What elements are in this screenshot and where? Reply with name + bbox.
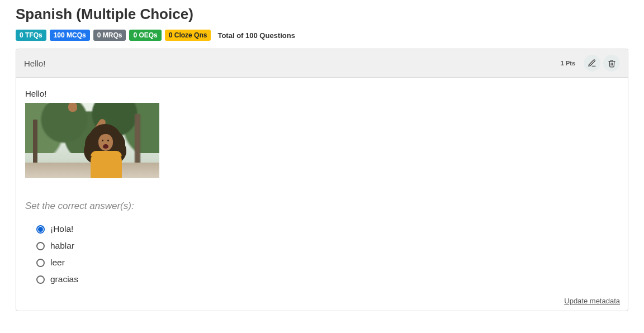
option-label: leer: [50, 258, 65, 268]
badge-tfq: 0 TFQs: [16, 30, 46, 41]
edit-button[interactable]: [584, 55, 600, 72]
radio-icon: [36, 259, 45, 267]
option-label: hablar: [50, 241, 74, 251]
trash-icon: [608, 59, 616, 68]
radio-icon: [36, 225, 45, 234]
option-label: ¡Hola!: [50, 224, 73, 234]
badge-oeq: 0 OEQs: [129, 30, 161, 41]
option-row[interactable]: leer: [36, 254, 619, 271]
option-row[interactable]: hablar: [36, 237, 619, 254]
option-row[interactable]: ¡Hola!: [36, 221, 619, 237]
points-label: 1 Pts: [561, 60, 575, 66]
badge-cloze: 0 Cloze Qns: [165, 30, 211, 41]
badges-row: 0 TFQs 100 MCQs 0 MRQs 0 OEQs 0 Cloze Qn…: [16, 30, 628, 41]
delete-button[interactable]: [603, 55, 620, 72]
radio-icon: [36, 242, 45, 250]
option-label: gracias: [50, 274, 78, 284]
page-title: Spanish (Multiple Choice): [16, 6, 628, 23]
badge-mrq: 0 MRQs: [93, 30, 126, 41]
radio-icon: [36, 275, 45, 284]
badge-mcq: 100 MCQs: [50, 30, 90, 41]
question-footer: Update metadata: [16, 292, 628, 311]
edit-icon: [588, 59, 596, 68]
options-list: ¡Hola! hablar leer gracias: [25, 221, 619, 288]
question-prompt: Hello!: [25, 89, 619, 98]
question-body: Hello! Set the c: [16, 78, 628, 292]
total-questions-label: Total of 100 Questions: [217, 31, 295, 40]
question-image: [25, 103, 159, 178]
question-card: Hello! 1 Pts Hello!: [16, 49, 628, 311]
update-metadata-link[interactable]: Update metadata: [564, 297, 620, 305]
question-header: Hello! 1 Pts: [16, 49, 628, 78]
question-header-title: Hello!: [24, 59, 561, 68]
set-correct-label: Set the correct answer(s):: [25, 201, 619, 212]
option-row[interactable]: gracias: [36, 271, 619, 288]
